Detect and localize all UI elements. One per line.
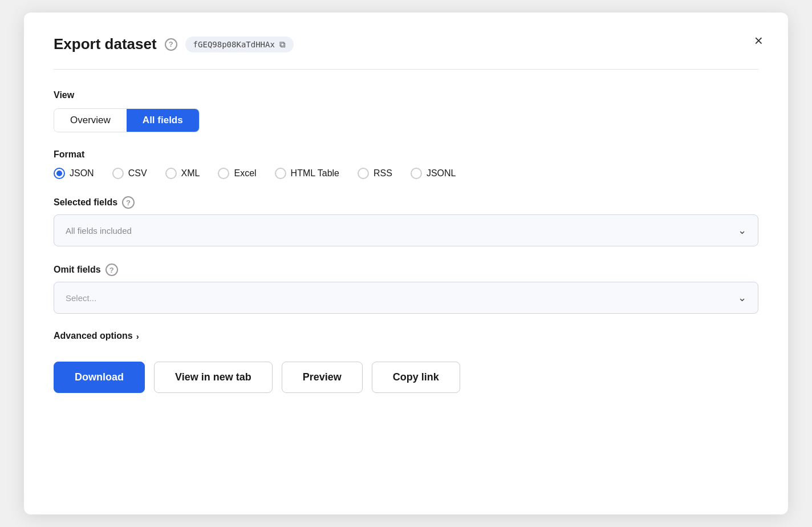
selected-fields-dropdown[interactable]: All fields included ⌄ xyxy=(54,214,758,246)
selected-fields-value: All fields included xyxy=(66,226,132,236)
selected-fields-help-icon[interactable]: ? xyxy=(122,196,135,209)
format-options-row: JSON CSV XML Excel HTML Table RSS xyxy=(54,168,758,179)
format-section: Format JSON CSV XML Excel HTML Table xyxy=(54,149,758,179)
preview-button[interactable]: Preview xyxy=(282,362,363,393)
format-option-html-table[interactable]: HTML Table xyxy=(275,168,339,179)
modal-title: Export dataset xyxy=(54,35,157,53)
copy-icon[interactable]: ⧉ xyxy=(279,39,286,50)
download-button[interactable]: Download xyxy=(54,362,145,393)
selected-fields-label: Selected fields xyxy=(54,197,117,208)
radio-html-table xyxy=(275,168,286,179)
view-toggle-group: Overview All fields xyxy=(54,108,200,132)
view-in-new-tab-button[interactable]: View in new tab xyxy=(154,362,273,393)
format-option-jsonl[interactable]: JSONL xyxy=(411,168,456,179)
close-button[interactable]: × xyxy=(754,33,763,48)
radio-jsonl xyxy=(411,168,422,179)
omit-fields-label: Omit fields xyxy=(54,265,101,275)
format-label: Format xyxy=(54,149,758,160)
radio-rss xyxy=(358,168,369,179)
action-buttons: Download View in new tab Preview Copy li… xyxy=(54,362,758,393)
selected-fields-section: Selected fields ? All fields included ⌄ xyxy=(54,196,758,246)
dataset-id-badge: fGEQ98p08KaTdHHAx ⧉ xyxy=(185,37,294,52)
view-section: View Overview All fields xyxy=(54,90,758,132)
format-option-excel[interactable]: Excel xyxy=(218,168,256,179)
omit-fields-help-icon[interactable]: ? xyxy=(105,264,118,276)
advanced-options-label: Advanced options xyxy=(54,331,133,341)
copy-link-button[interactable]: Copy link xyxy=(372,362,460,393)
omit-fields-placeholder: Select... xyxy=(66,293,96,303)
format-option-json[interactable]: JSON xyxy=(54,168,94,179)
radio-excel xyxy=(218,168,229,179)
export-dataset-modal: Export dataset ? fGEQ98p08KaTdHHAx ⧉ × V… xyxy=(24,13,788,514)
chevron-down-icon: ⌄ xyxy=(738,224,746,237)
omit-fields-label-row: Omit fields ? xyxy=(54,264,758,276)
help-icon[interactable]: ? xyxy=(165,38,177,51)
view-label: View xyxy=(54,90,758,100)
view-toggle-all-fields[interactable]: All fields xyxy=(127,109,199,132)
omit-fields-section: Omit fields ? Select... ⌄ xyxy=(54,264,758,314)
radio-json xyxy=(54,168,65,179)
dataset-id: fGEQ98p08KaTdHHAx xyxy=(193,40,275,49)
view-toggle-overview[interactable]: Overview xyxy=(54,109,127,132)
format-option-xml[interactable]: XML xyxy=(165,168,200,179)
radio-xml xyxy=(165,168,177,179)
selected-fields-label-row: Selected fields ? xyxy=(54,196,758,209)
advanced-options-chevron-icon: › xyxy=(136,331,139,341)
omit-chevron-down-icon: ⌄ xyxy=(738,291,746,304)
omit-fields-dropdown[interactable]: Select... ⌄ xyxy=(54,282,758,314)
advanced-options-row[interactable]: Advanced options › xyxy=(54,331,758,341)
modal-header: Export dataset ? fGEQ98p08KaTdHHAx ⧉ × xyxy=(54,35,758,70)
radio-csv xyxy=(112,168,124,179)
format-option-csv[interactable]: CSV xyxy=(112,168,147,179)
format-option-rss[interactable]: RSS xyxy=(358,168,392,179)
